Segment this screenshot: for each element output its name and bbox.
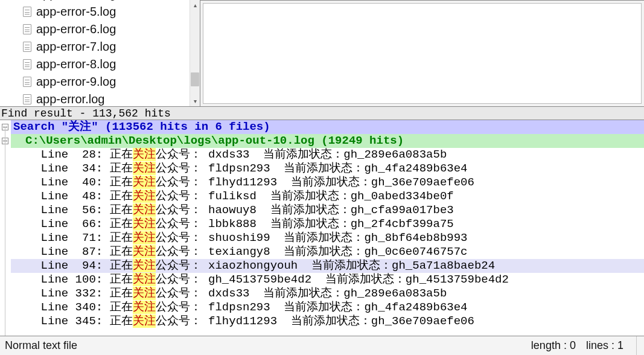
- status-divider: [636, 336, 637, 355]
- result-hit-line[interactable]: Line 34: 正在关注公众号： fldpsn293 当前添加状态：gh_4f…: [11, 162, 644, 176]
- result-hit-line[interactable]: Line 40: 正在关注公众号： flhyd11293 当前添加状态：gh_3…: [11, 176, 644, 190]
- editor-pane[interactable]: [200, 0, 644, 106]
- result-hit-line[interactable]: Line 340: 正在关注公众号： fldpsn293 当前添加状态：gh_4…: [11, 301, 644, 315]
- fold-gutter: [0, 120, 11, 336]
- file-icon: [23, 59, 31, 69]
- search-summary-line[interactable]: Search "关注" (113562 hits in 6 files): [11, 120, 644, 134]
- tree-item-label: app-error-7.log: [36, 38, 116, 56]
- status-lines: lines : 1: [581, 336, 629, 355]
- result-hit-line[interactable]: Line 71: 正在关注公众号： shuoshi99 当前添加状态：gh_8b…: [11, 231, 644, 245]
- tree-item-label: app-error-8.log: [36, 56, 116, 73]
- tree-item[interactable]: app-error-7.log: [23, 38, 200, 56]
- tree-item[interactable]: app-error.log: [23, 91, 200, 108]
- tree-item[interactable]: app-error-8.log: [23, 56, 200, 73]
- status-length: length : 0: [526, 336, 581, 355]
- tree-item-label: app-error-9.log: [36, 73, 116, 91]
- file-icon: [23, 94, 31, 104]
- status-filetype: Normal text file: [0, 336, 83, 355]
- scroll-down-icon[interactable]: ▾: [190, 96, 200, 106]
- result-hit-line[interactable]: Line 345: 正在关注公众号： flhyd11293 当前添加状态：gh_…: [11, 315, 644, 328]
- result-hit-line[interactable]: Line 56: 正在关注公众号： haowuy8 当前添加状态：gh_cfa9…: [11, 203, 644, 217]
- tree-item-label: app-error-6.log: [36, 21, 116, 38]
- scroll-thumb[interactable]: [191, 72, 199, 86]
- file-summary-line[interactable]: C:\Users\admin\Desktop\logs\app-out-10.l…: [11, 134, 644, 148]
- status-length-value: 0: [570, 339, 576, 352]
- find-result-panel[interactable]: Search "关注" (113562 hits in 6 files) C:\…: [0, 120, 644, 336]
- scroll-up-icon[interactable]: ▴: [190, 0, 200, 10]
- status-lines-value: 1: [617, 339, 623, 352]
- result-lines: Search "关注" (113562 hits in 6 files) C:\…: [11, 120, 644, 328]
- file-icon: [23, 42, 31, 52]
- tree-item[interactable]: app-error-9.log: [23, 73, 200, 91]
- file-tree-scrollbar[interactable]: ▴ ▾: [190, 0, 200, 106]
- tree-item-label: app-error.log: [36, 91, 104, 108]
- tree-item[interactable]: app-error-5.log: [23, 3, 200, 21]
- fold-guide-line: [5, 127, 5, 336]
- result-hit-line[interactable]: Line 66: 正在关注公众号： lbbk888 当前添加状态：gh_2f4c…: [11, 217, 644, 231]
- result-hit-line[interactable]: Line 87: 正在关注公众号： texiangy8 当前添加状态：gh_0c…: [11, 245, 644, 259]
- result-hit-line[interactable]: Line 28: 正在关注公众号： dxds33 当前添加状态：gh_289e6…: [11, 148, 644, 162]
- status-lines-label: lines :: [586, 339, 614, 352]
- file-icon: [23, 77, 31, 87]
- result-hit-line[interactable]: Line 94: 正在关注公众号： xiaozhongyouh 当前添加状态：g…: [11, 259, 644, 273]
- result-hit-line[interactable]: Line 100: 正在关注公众号： gh_4513759be4d2 当前添加状…: [11, 273, 644, 287]
- top-split: app-error-4.logapp-error-5.logapp-error-…: [0, 0, 644, 107]
- file-tree-list: app-error-4.logapp-error-5.logapp-error-…: [23, 0, 200, 108]
- file-icon: [23, 24, 31, 34]
- status-length-label: length :: [531, 339, 567, 352]
- result-hit-line[interactable]: Line 48: 正在关注公众号： fuliksd 当前添加状态：gh_0abe…: [11, 190, 644, 203]
- find-result-header: Find result - 113,562 hits: [0, 107, 644, 120]
- file-tree-panel[interactable]: app-error-4.logapp-error-5.logapp-error-…: [0, 0, 200, 106]
- file-icon: [23, 7, 31, 17]
- tree-item[interactable]: app-error-6.log: [23, 21, 200, 38]
- tree-item-label: app-error-5.log: [36, 3, 116, 21]
- status-bar: Normal text file length : 0 lines : 1: [0, 336, 644, 355]
- result-hit-line[interactable]: Line 332: 正在关注公众号： dxds33 当前添加状态：gh_289e…: [11, 287, 644, 301]
